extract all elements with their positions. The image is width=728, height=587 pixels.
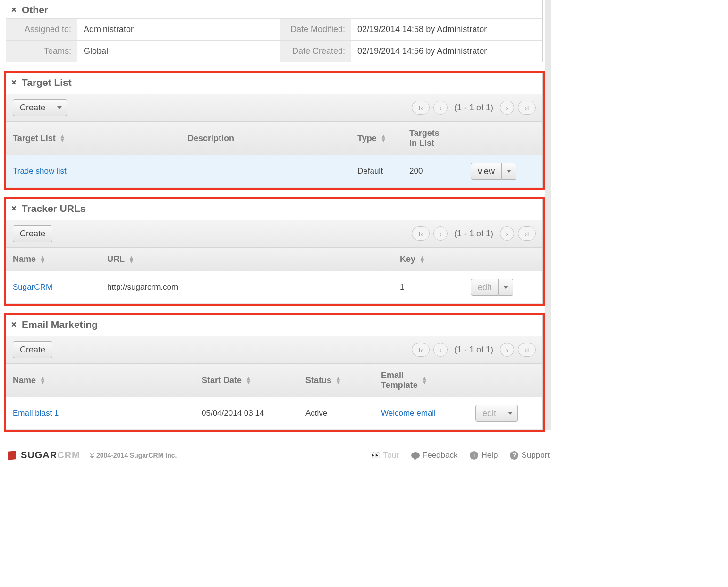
sort-icon: ▲▼ [381,134,387,142]
col-type[interactable]: Type▲▼ [357,128,409,148]
col-status[interactable]: Status▲▼ [305,370,381,390]
footer: SUGARCRM © 2004-2014 SugarCRM Inc. 👀Tour… [6,441,551,472]
tracker-toolbar: Create I‹ ‹ (1 - 1 of 1) › ›I [6,220,542,247]
pager-first-icon[interactable]: I‹ [412,101,430,115]
panel-tracker-header[interactable]: ✕ Tracker URLs [6,199,542,217]
table-row: Email blast 1 05/04/2014 03:14 Active We… [6,397,542,430]
label-assigned: Assigned to: [6,19,77,40]
brand-sugar: SUGAR [21,450,57,460]
row-action-group: view [471,163,536,180]
pager-first-icon[interactable]: I‹ [412,226,430,241]
pager-text: (1 - 1 of 1) [451,229,496,239]
col-name[interactable]: Name▲▼ [13,370,202,390]
pager-prev-icon[interactable]: ‹ [433,101,448,115]
pager-next-icon[interactable]: › [500,343,514,357]
panel-other: ✕ Other Assigned to: Administrator Date … [6,0,543,62]
edit-button[interactable]: edit [475,405,503,422]
speech-icon [411,452,420,459]
pager-text: (1 - 1 of 1) [451,103,496,113]
sort-icon: ▲▼ [40,256,46,263]
col-name[interactable]: Name▲▼ [13,254,107,264]
panel-other-header[interactable]: ✕ Other [6,0,542,18]
row-action-group: edit [471,279,536,296]
table-row: Trade show list Default 200 view [6,155,542,188]
row-action-group: edit [475,405,536,422]
cell-count: 200 [409,167,471,176]
label-created: Date Created: [280,41,351,62]
link-email-blast[interactable]: Email blast 1 [13,409,59,418]
binoculars-icon: 👀 [371,451,381,460]
tracker-columns: Name▲▼ URL▲▼ Key▲▼ [6,247,542,271]
col-start-date[interactable]: Start Date▲▼ [202,370,305,390]
create-button[interactable]: Create [13,341,52,358]
target-list-toolbar: Create I‹ ‹ (1 - 1 of 1) › ›I [6,94,542,121]
collapse-icon: ✕ [11,78,17,87]
cell-type: Default [357,167,409,176]
logo-icon [8,451,16,460]
footer-feedback[interactable]: Feedback [411,451,458,460]
pager-next-icon[interactable]: › [500,101,514,115]
col-email-template[interactable]: Email Template▲▼ [381,370,475,390]
pager-last-icon[interactable]: ›I [518,343,536,357]
view-button[interactable]: view [471,163,502,180]
pager-text: (1 - 1 of 1) [451,345,496,355]
panel-title: Target List [22,77,72,88]
sort-icon: ▲▼ [40,377,46,384]
row-assigned: Assigned to: Administrator Date Modified… [6,18,542,40]
panel-other-title: Other [22,4,48,16]
pager-next-icon[interactable]: › [500,226,514,241]
label-teams: Teams: [6,41,77,62]
pager-prev-icon[interactable]: ‹ [433,226,448,241]
panel-email-header[interactable]: ✕ Email Marketing [6,315,542,333]
sort-icon: ▲▼ [128,256,135,263]
footer-help[interactable]: iHelp [470,451,498,460]
sort-icon: ▲▼ [245,377,252,384]
row-action-dropdown[interactable] [502,163,516,180]
link-sugarcrm[interactable]: SugarCRM [13,283,52,292]
link-trade-show-list[interactable]: Trade show list [13,167,67,176]
panel-target-list: ✕ Target List Create I‹ ‹ (1 - 1 of 1) ›… [6,73,543,188]
create-button[interactable]: Create [13,225,52,242]
row-action-dropdown[interactable] [499,279,513,296]
row-teams: Teams: Global Date Created: 02/19/2014 1… [6,40,542,62]
email-toolbar: Create I‹ ‹ (1 - 1 of 1) › ›I [6,336,542,363]
pager-first-icon[interactable]: I‹ [412,343,430,357]
col-targets-in-list[interactable]: Targets in List [409,128,471,148]
val-assigned: Administrator [77,19,280,40]
panel-target-list-header[interactable]: ✕ Target List [6,73,542,91]
pager: I‹ ‹ (1 - 1 of 1) › ›I [412,101,536,115]
val-teams: Global [77,41,280,62]
panel-tracker-urls: ✕ Tracker URLs Create I‹ ‹ (1 - 1 of 1) … [6,199,543,304]
question-icon: ? [510,451,518,460]
row-action-dropdown[interactable] [503,405,518,422]
col-target-list[interactable]: Target List▲▼ [13,128,187,148]
collapse-icon: ✕ [11,320,17,329]
cell-status: Active [305,409,381,418]
sort-icon: ▲▼ [59,134,66,142]
cell-url: http://sugarcrm.com [107,283,400,292]
col-url[interactable]: URL▲▼ [107,254,400,264]
cell-key: 1 [400,283,471,292]
sort-icon: ▲▼ [335,377,341,384]
sort-icon: ▲▼ [419,256,425,263]
collapse-icon: ✕ [11,204,17,213]
pager: I‹ ‹ (1 - 1 of 1) › ›I [412,226,536,241]
panel-title: Email Marketing [22,319,98,330]
sort-icon: ▲▼ [422,377,428,384]
edit-button[interactable]: edit [471,279,499,296]
create-button[interactable]: Create [13,99,52,116]
create-button-dropdown[interactable] [52,99,67,116]
pager-last-icon[interactable]: ›I [518,226,536,241]
pager-prev-icon[interactable]: ‹ [433,343,448,357]
footer-tour[interactable]: 👀Tour [371,451,399,460]
copyright: © 2004-2014 SugarCRM Inc. [90,452,177,459]
footer-support[interactable]: ?Support [510,451,550,460]
create-button-group: Create [13,99,67,116]
col-description[interactable]: Description [187,128,357,148]
label-modified: Date Modified: [280,19,351,40]
collapse-icon: ✕ [11,6,17,14]
link-welcome-email[interactable]: Welcome email [381,409,436,418]
pager-last-icon[interactable]: ›I [518,101,536,115]
footer-links: 👀Tour Feedback iHelp ?Support [371,451,550,460]
col-key[interactable]: Key▲▼ [400,254,471,264]
